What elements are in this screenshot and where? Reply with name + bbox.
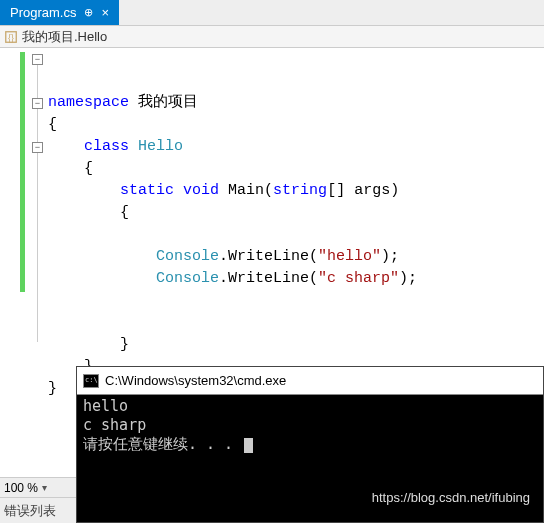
- change-marker: [20, 52, 25, 292]
- output-line: hello: [83, 397, 128, 415]
- namespace-icon: {}: [4, 30, 18, 44]
- method-name: Main: [228, 182, 264, 199]
- chevron-down-icon[interactable]: ▾: [42, 482, 47, 493]
- method-call: .WriteLine(: [219, 248, 318, 265]
- zoom-control[interactable]: 100 % ▾: [0, 477, 76, 497]
- output-line: 请按任意键继续. . .: [83, 435, 242, 453]
- console-titlebar[interactable]: C:\Windows\system32\cmd.exe: [77, 367, 543, 395]
- string-literal: "hello": [318, 248, 381, 265]
- fold-toggle[interactable]: −: [32, 54, 43, 65]
- cmd-icon: [83, 374, 99, 388]
- cursor: [244, 438, 253, 453]
- type-name: Console: [156, 270, 219, 287]
- keyword: void: [183, 182, 219, 199]
- keyword: static: [120, 182, 174, 199]
- output-line: c sharp: [83, 416, 146, 434]
- string-literal: "c sharp": [318, 270, 399, 287]
- punct: );: [399, 270, 417, 287]
- error-list-label: 错误列表: [4, 502, 56, 520]
- watermark: https://blog.csdn.net/ifubing: [372, 490, 530, 505]
- zoom-value: 100 %: [4, 481, 38, 495]
- punct: );: [381, 248, 399, 265]
- console-title: C:\Windows\system32\cmd.exe: [105, 373, 286, 388]
- fold-toggle[interactable]: −: [32, 142, 43, 153]
- breadcrumb-bar[interactable]: {} 我的项目.Hello: [0, 26, 544, 48]
- close-icon[interactable]: ×: [101, 5, 109, 20]
- type-name: Console: [156, 248, 219, 265]
- keyword: string: [273, 182, 327, 199]
- brace: }: [48, 380, 57, 397]
- type-name: Hello: [138, 138, 183, 155]
- error-list-tab[interactable]: 错误列表: [0, 497, 76, 523]
- tab-bar: Program.cs ⊕ ×: [0, 0, 544, 26]
- console-output: hello c sharp 请按任意键继续. . .: [77, 395, 543, 456]
- gutter: − − −: [0, 48, 44, 466]
- identifier: 我的项目: [138, 94, 198, 111]
- pin-icon[interactable]: ⊕: [84, 6, 93, 19]
- keyword: namespace: [48, 94, 129, 111]
- breadcrumb-text: 我的项目.Hello: [22, 28, 107, 46]
- current-line-highlight: [44, 224, 417, 246]
- svg-text:{}: {}: [8, 32, 14, 42]
- tab-filename: Program.cs: [10, 5, 76, 20]
- fold-toggle[interactable]: −: [32, 98, 43, 109]
- file-tab[interactable]: Program.cs ⊕ ×: [0, 0, 119, 25]
- brace: {: [120, 204, 129, 221]
- params: [] args): [327, 182, 399, 199]
- keyword: class: [84, 138, 129, 155]
- method-call: .WriteLine(: [219, 270, 318, 287]
- brace: {: [48, 116, 57, 133]
- brace: {: [84, 160, 93, 177]
- brace: }: [120, 336, 129, 353]
